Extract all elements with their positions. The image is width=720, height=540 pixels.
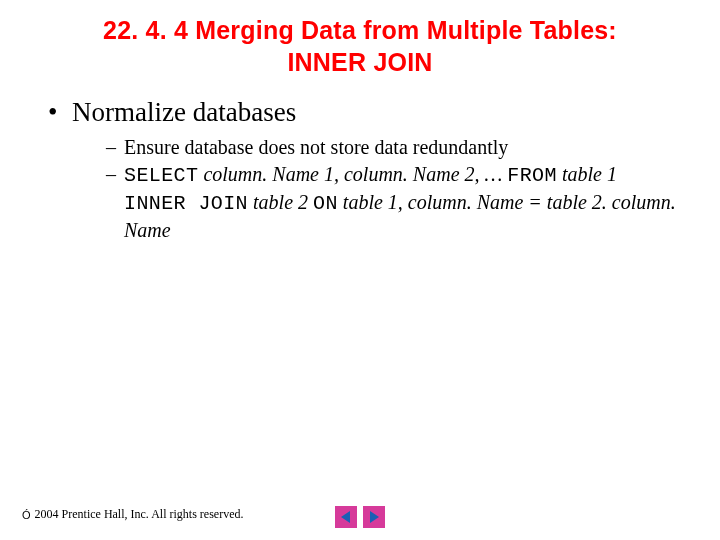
slide-title: 22. 4. 4 Merging Data from Multiple Tabl… <box>0 0 720 78</box>
sql-innerjoin: INNER JOIN <box>124 192 248 215</box>
sql-from: FROM <box>507 164 557 187</box>
sql-tbl2: table 2 <box>248 191 313 213</box>
subbullet-text: Ensure database does not store data redu… <box>124 136 508 158</box>
slide: 22. 4. 4 Merging Data from Multiple Tabl… <box>0 0 720 540</box>
title-line-2: INNER JOIN <box>287 48 432 76</box>
sql-tbl1: table 1 <box>557 163 617 185</box>
sql-sep2: , … <box>475 163 508 185</box>
sql-on: ON <box>313 192 338 215</box>
footer: Ó 2004 Prentice Hall, Inc. All rights re… <box>22 507 244 522</box>
slide-body: •Normalize databases –Ensure database do… <box>0 96 720 244</box>
dash-icon: – <box>106 134 124 161</box>
title-line-1: 22. 4. 4 Merging Data from Multiple Tabl… <box>103 16 617 44</box>
sql-col1: column. Name 1 <box>203 163 334 185</box>
sql-select: SELECT <box>124 164 198 187</box>
subbullet-redundant: –Ensure database does not store data red… <box>48 134 680 161</box>
forward-button[interactable] <box>363 506 385 528</box>
sql-sep1: , <box>334 163 344 185</box>
svg-marker-1 <box>370 511 379 523</box>
bullet-text: Normalize databases <box>72 97 296 127</box>
bullet-normalize: •Normalize databases <box>48 96 680 130</box>
triangle-right-icon <box>367 510 381 524</box>
back-button[interactable] <box>335 506 357 528</box>
bullet-dot-icon: • <box>48 96 72 130</box>
copyright-icon: Ó <box>22 509 31 521</box>
footer-text: 2004 Prentice Hall, Inc. All rights rese… <box>35 507 244 522</box>
subbullet-sql: –SELECT column. Name 1, column. Name 2, … <box>48 161 680 244</box>
sql-col2: column. Name 2 <box>344 163 475 185</box>
svg-marker-0 <box>341 511 350 523</box>
triangle-left-icon <box>339 510 353 524</box>
dash-icon: – <box>106 161 124 188</box>
nav-buttons <box>335 506 385 528</box>
